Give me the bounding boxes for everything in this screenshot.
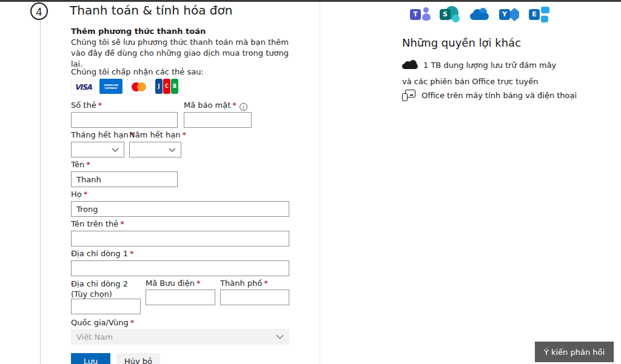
jcb-letter: C: [163, 79, 170, 94]
mastercard-card-icon: [127, 79, 151, 95]
country-select[interactable]: Việt Nam: [71, 329, 289, 345]
country-value: Việt Nam: [76, 333, 113, 342]
accepted-cards-label: Chúng tôi chấp nhận các thẻ sau:: [71, 67, 204, 78]
benefit-item-devices: Office trên máy tính bảng và điện thoại: [402, 90, 584, 101]
window-top-edge: [0, 0, 621, 2]
teams-icon: T: [410, 6, 431, 23]
address-line1-input[interactable]: [71, 260, 289, 276]
sharepoint-icon: S: [440, 6, 460, 23]
office-app-icons: T S Y E: [410, 6, 549, 23]
first-name-input[interactable]: [71, 171, 178, 187]
accepted-card-logos: VISA AMERICAN EXPRESS J C B: [71, 79, 178, 95]
section-description: Chúng tôi sẽ lưu phương thức thanh toán …: [71, 37, 297, 70]
name-on-card-input[interactable]: [71, 231, 289, 247]
address-line1-label: Địa chỉ dòng 1*: [71, 249, 134, 258]
onedrive-icon: [469, 6, 490, 23]
yammer-icon: Y: [499, 6, 520, 23]
first-name-label: Tên*: [71, 160, 90, 169]
chevron-down-icon: [276, 334, 284, 339]
country-label: Quốc gia/Vùng*: [71, 318, 134, 327]
step-connector-line: [40, 21, 41, 364]
security-code-input[interactable]: [184, 112, 252, 128]
name-on-card-label: Tên trên thẻ*: [71, 219, 124, 228]
cloud-icon: [402, 60, 418, 69]
benefit-text: 1 TB dung lượng lưu trữ đám mây và các p…: [402, 61, 556, 86]
sharepoint-circle: [452, 15, 460, 22]
onedrive-cloud: [470, 13, 489, 20]
visa-card-icon: VISA: [71, 79, 95, 95]
jcb-letter: J: [155, 79, 163, 94]
exchange-shape: [541, 16, 548, 22]
chevron-down-icon: [169, 148, 176, 152]
step-number-badge: 4: [30, 2, 48, 20]
card-number-input[interactable]: [71, 112, 178, 128]
last-name-label: Họ*: [71, 190, 87, 199]
expiry-year-label: Năm hết hạn*: [129, 130, 186, 139]
card-number-label: Số thẻ*: [71, 101, 102, 110]
expiry-month-label: Tháng hết hạn*: [71, 130, 134, 139]
expiry-month-select[interactable]: [71, 142, 124, 157]
section-heading: Thêm phương thức thanh toán: [71, 27, 206, 36]
city-label: Thành phố*: [220, 279, 268, 288]
yammer-letter: Y: [499, 9, 510, 20]
benefit-text: Office trên máy tính bảng và điện thoại: [421, 91, 577, 100]
column-divider: [320, 2, 320, 364]
benefit-item-cloud-storage: 1 TB dung lượng lưu trữ đám mây và các p…: [402, 57, 559, 90]
sharepoint-letter: S: [440, 9, 451, 20]
jcb-card-icon: J C B: [155, 79, 178, 94]
exchange-letter: E: [529, 9, 540, 20]
exchange-shape: [541, 7, 549, 13]
save-button[interactable]: Lưu: [71, 353, 110, 364]
feedback-button[interactable]: Ý kiến phản hồi: [535, 342, 614, 362]
security-code-label: Mã bảo mật*i: [184, 101, 247, 111]
page-title: Thanh toán & tính hóa đơn: [70, 3, 232, 18]
teams-figure: [423, 7, 429, 13]
benefits-heading: Những quyền lợi khác: [402, 36, 521, 49]
address-line2-input[interactable]: [71, 299, 141, 314]
city-input[interactable]: [220, 290, 289, 305]
address-line2-label: Địa chỉ dòng 2 (Tùy chọn): [71, 279, 143, 299]
postal-code-input[interactable]: [146, 290, 215, 305]
chevron-down-icon: [112, 148, 119, 152]
expiry-year-select[interactable]: [129, 142, 181, 157]
exchange-icon: E: [529, 6, 549, 23]
info-icon[interactable]: i: [240, 103, 247, 111]
teams-figure: [422, 13, 431, 21]
tablet-phone-icon: [402, 90, 415, 101]
last-name-input[interactable]: [71, 201, 289, 217]
amex-wordmark: AMERICAN EXPRESS: [103, 84, 119, 90]
cancel-button[interactable]: Hủy bỏ: [116, 353, 160, 364]
jcb-letter: B: [171, 79, 178, 94]
mastercard-orange-circle: [137, 82, 146, 91]
amex-card-icon: AMERICAN EXPRESS: [99, 79, 123, 94]
yammer-shape: [510, 8, 519, 21]
teams-letter: T: [410, 9, 421, 20]
visa-wordmark: VISA: [75, 83, 92, 91]
postal-code-label: Mã Bưu điện*: [146, 279, 200, 288]
